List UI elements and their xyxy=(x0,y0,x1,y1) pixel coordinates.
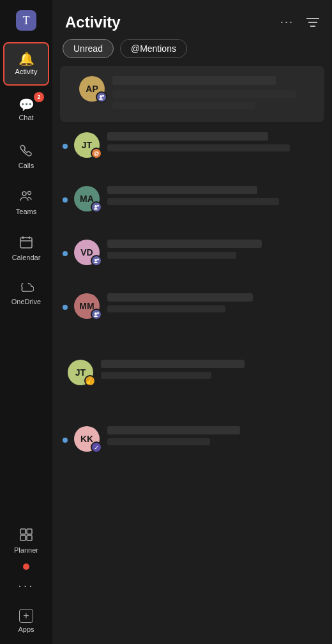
svg-point-18 xyxy=(97,205,99,207)
page-title: Activity xyxy=(65,13,121,31)
spacer-4 xyxy=(55,326,329,352)
content-line-2b xyxy=(107,144,290,151)
bullet-2 xyxy=(63,144,68,149)
svg-point-15 xyxy=(100,95,102,98)
filter-icon xyxy=(306,17,319,27)
app-logo: T xyxy=(11,5,42,36)
svg-rect-9 xyxy=(27,529,32,534)
activity-content-7 xyxy=(107,426,322,445)
svg-rect-4 xyxy=(20,238,32,248)
avatar-wrapper-4: VD xyxy=(74,240,100,265)
sidebar-item-chat[interactable]: 2 💬 Chat xyxy=(3,88,49,132)
content-line-7b xyxy=(107,438,210,445)
calendar-icon xyxy=(19,235,33,251)
activity-item-3[interactable]: MA xyxy=(55,178,329,219)
sidebar-item-planner-label: Planner xyxy=(14,546,38,554)
sidebar-item-calls[interactable]: Calls xyxy=(3,134,49,178)
activity-content-6 xyxy=(101,360,322,379)
activity-header: Activity ··· xyxy=(52,0,332,39)
calls-icon xyxy=(19,143,33,159)
avatar-wrapper-2: JT @ xyxy=(74,132,100,158)
sidebar-item-activity[interactable]: 🔔 Activity xyxy=(3,42,49,86)
chat-icon: 💬 xyxy=(19,98,34,111)
bullet-3 xyxy=(63,197,68,203)
svg-point-19 xyxy=(94,259,97,261)
avatar-badge-thumb-6: 👍 xyxy=(84,375,96,387)
tab-mentions[interactable]: @Mentions xyxy=(120,39,187,58)
spacer-3 xyxy=(55,273,329,286)
tab-unread[interactable]: Unread xyxy=(63,39,114,58)
content-line-6b xyxy=(101,372,211,379)
svg-text:T: T xyxy=(23,14,30,27)
svg-rect-11 xyxy=(27,535,32,540)
content-line-5b xyxy=(107,305,225,312)
header-actions: ··· xyxy=(278,13,322,31)
svg-point-17 xyxy=(94,205,97,208)
filter-button[interactable] xyxy=(304,15,322,30)
bullet-5 xyxy=(63,305,68,310)
avatar-badge-teams-3 xyxy=(91,201,102,213)
activity-content-2 xyxy=(107,132,322,151)
svg-point-21 xyxy=(94,312,97,315)
svg-point-22 xyxy=(97,312,99,314)
content-line-6a xyxy=(101,360,245,368)
svg-rect-10 xyxy=(20,535,26,540)
spacer-2 xyxy=(55,219,329,232)
svg-rect-8 xyxy=(20,529,26,534)
onedrive-icon xyxy=(19,282,34,295)
content-line-1a xyxy=(112,76,276,85)
svg-point-2 xyxy=(22,192,26,195)
main-panel: Activity ··· Unread @Mentions A xyxy=(52,0,332,644)
sidebar-item-onedrive[interactable]: OneDrive xyxy=(3,272,49,316)
avatar-wrapper-5: MM xyxy=(74,293,100,319)
avatar-badge-teams-4 xyxy=(91,255,102,266)
sidebar-item-apps[interactable]: + Apps xyxy=(3,599,49,643)
avatar-wrapper-6: JT 👍 xyxy=(68,360,93,385)
more-options-button[interactable]: ··· xyxy=(278,13,296,31)
avatar-wrapper-1: AP xyxy=(79,76,105,102)
planner-icon xyxy=(19,528,33,544)
activity-content-5 xyxy=(107,293,322,312)
avatar-wrapper-7: KK ✓ xyxy=(74,426,100,452)
content-line-3b xyxy=(107,198,279,205)
avatar-wrapper-3: MA xyxy=(74,186,100,211)
sidebar-item-activity-label: Activity xyxy=(15,68,38,75)
sidebar-item-teams[interactable]: Teams xyxy=(3,180,49,224)
spacer-1 xyxy=(55,165,329,178)
activity-list: AP JT @ xyxy=(52,66,332,644)
sidebar-item-apps-label: Apps xyxy=(18,625,34,633)
sidebar-item-onedrive-label: OneDrive xyxy=(11,298,41,305)
content-line-1c xyxy=(112,102,255,109)
avatar-badge-teams-1 xyxy=(96,91,107,103)
sidebar-item-planner[interactable]: Planner xyxy=(3,519,49,562)
content-line-4b xyxy=(107,252,236,259)
activity-item-7[interactable]: KK ✓ xyxy=(55,418,329,459)
sidebar-item-calendar[interactable]: Calendar xyxy=(3,226,49,270)
content-line-1b xyxy=(112,90,296,98)
bullet-4 xyxy=(63,251,68,256)
activity-item-1[interactable]: AP xyxy=(60,66,324,122)
content-line-4a xyxy=(107,240,262,248)
sidebar-item-teams-label: Teams xyxy=(16,208,36,215)
avatar-badge-mention-2: @ xyxy=(91,148,102,159)
svg-point-3 xyxy=(28,191,31,194)
activity-content-1 xyxy=(112,76,317,109)
content-line-5a xyxy=(107,293,253,302)
content-line-2a xyxy=(107,132,268,141)
avatar-badge-teams-5 xyxy=(91,309,102,320)
activity-item-5[interactable]: MM xyxy=(55,286,329,326)
activity-item-4[interactable]: VD xyxy=(55,232,329,273)
bullet-7 xyxy=(63,438,68,443)
teams-icon xyxy=(19,189,33,205)
sidebar-item-more[interactable]: ··· xyxy=(3,574,49,597)
more-icon: ··· xyxy=(18,578,34,593)
sidebar: T 🔔 Activity 2 💬 Chat Calls Team xyxy=(0,0,52,644)
sidebar-item-chat-label: Chat xyxy=(19,114,33,121)
activity-icon: 🔔 xyxy=(19,52,34,65)
activity-item-6[interactable]: JT 👍 xyxy=(55,352,329,393)
activity-item-2[interactable]: JT @ xyxy=(55,125,329,165)
svg-point-20 xyxy=(97,259,99,261)
avatar-badge-check-7: ✓ xyxy=(91,441,102,453)
more-options-icon: ··· xyxy=(280,15,294,29)
filter-tabs: Unread @Mentions xyxy=(52,39,332,66)
